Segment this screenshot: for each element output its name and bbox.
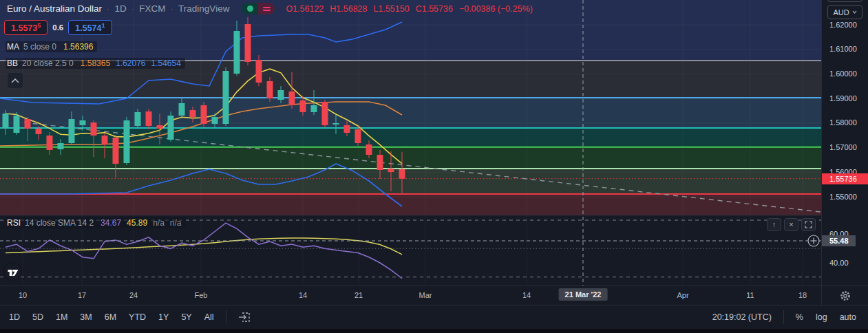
sell-button[interactable]: 1.55735 bbox=[4, 20, 47, 35]
candle-body[interactable] bbox=[223, 71, 229, 124]
rsi-indicator-legend[interactable]: RSI 14 close SMA 14 2 34.67 45.89 n/a n/… bbox=[6, 217, 186, 228]
close-pane-button[interactable]: × bbox=[784, 218, 798, 231]
candle-body[interactable] bbox=[234, 31, 240, 74]
price-zone[interactable] bbox=[0, 147, 821, 169]
move-pane-up-button[interactable]: ↑ bbox=[767, 218, 781, 231]
toggle-dot-icon[interactable] bbox=[242, 3, 258, 14]
candle-body[interactable] bbox=[58, 143, 64, 149]
bb-indicator-legend[interactable]: BB 20 close 2.5 0 1.58365 1.62076 1.5465… bbox=[6, 58, 185, 69]
toolbar-divider bbox=[783, 310, 784, 324]
chevron-down-icon bbox=[852, 10, 857, 14]
candle-body[interactable] bbox=[289, 92, 295, 105]
price-axis[interactable]: AUD 1.620001.610001.600001.590001.580001… bbox=[821, 0, 868, 305]
candle-body[interactable] bbox=[311, 105, 317, 112]
candle-body[interactable] bbox=[25, 119, 31, 129]
crosshair-date-tag: 21 Mar '22 bbox=[559, 288, 608, 301]
ma-indicator-legend[interactable]: MA 5 close 0 1.56396 bbox=[6, 41, 97, 52]
range-button-6m[interactable]: 6M bbox=[98, 310, 123, 325]
chart-style-toggle[interactable] bbox=[242, 3, 275, 14]
candle-body[interactable] bbox=[256, 60, 262, 83]
candle-body[interactable] bbox=[201, 105, 207, 124]
candle-body[interactable] bbox=[366, 144, 372, 155]
separator-dot: · bbox=[171, 3, 174, 14]
exchange-label: FXCM bbox=[139, 3, 165, 14]
axis-settings-corner[interactable] bbox=[821, 286, 868, 305]
tradingview-chart-app: Euro / Australian Dollar · 1D · FXCM · T… bbox=[0, 0, 868, 333]
candle-body[interactable] bbox=[388, 169, 394, 172]
chart-area[interactable] bbox=[0, 0, 821, 286]
candle-body[interactable] bbox=[14, 116, 20, 133]
candle-body[interactable] bbox=[146, 111, 152, 126]
toggle-menu-icon[interactable] bbox=[258, 3, 275, 14]
candle-body[interactable] bbox=[102, 136, 108, 144]
candle-body[interactable] bbox=[179, 103, 185, 116]
close-value: 1.55736 bbox=[422, 4, 453, 14]
candle-body[interactable] bbox=[3, 114, 9, 129]
rsi-name: RSI bbox=[7, 218, 21, 228]
time-tick-label: 14 bbox=[299, 291, 307, 299]
candle-body[interactable] bbox=[267, 81, 273, 98]
candle-body[interactable] bbox=[333, 123, 339, 125]
add-alert-plus-button[interactable] bbox=[808, 235, 819, 246]
price-zone[interactable] bbox=[0, 194, 821, 215]
legend-collapse-button[interactable] bbox=[7, 72, 23, 89]
candle-body[interactable] bbox=[91, 122, 97, 136]
candle-body[interactable] bbox=[245, 24, 251, 62]
bb-name: BB bbox=[7, 58, 18, 68]
price-zone[interactable] bbox=[0, 128, 821, 147]
range-button-3m[interactable]: 3M bbox=[74, 310, 98, 325]
range-button-all[interactable]: All bbox=[198, 310, 220, 325]
candle-body[interactable] bbox=[190, 110, 196, 117]
candlestick-chart[interactable] bbox=[0, 0, 821, 286]
gear-icon[interactable] bbox=[839, 290, 851, 302]
candle-body[interactable] bbox=[80, 120, 86, 125]
auto-scale-button[interactable]: auto bbox=[834, 310, 862, 325]
range-button-1y[interactable]: 1Y bbox=[152, 310, 175, 325]
range-button-5y[interactable]: 5Y bbox=[175, 310, 198, 325]
candle-body[interactable] bbox=[124, 120, 130, 163]
buy-button[interactable]: 1.55741 bbox=[68, 20, 112, 35]
candle-body[interactable] bbox=[212, 117, 218, 124]
currency-selector-button[interactable]: AUD bbox=[827, 5, 862, 19]
range-button-ytd[interactable]: YTD bbox=[123, 310, 152, 325]
maximize-pane-button[interactable] bbox=[801, 218, 816, 231]
current-time-utc[interactable]: 20:19:02 (UTC) bbox=[706, 310, 778, 325]
percent-scale-button[interactable]: % bbox=[790, 310, 809, 325]
ma-params: 5 close 0 bbox=[23, 42, 56, 52]
candle-body[interactable] bbox=[113, 138, 119, 164]
symbol-name[interactable]: Euro / Australian Dollar bbox=[7, 3, 102, 14]
candle-body[interactable] bbox=[377, 155, 383, 170]
candle-body[interactable] bbox=[157, 125, 163, 129]
high-value: 1.56828 bbox=[336, 4, 367, 14]
candle-body[interactable] bbox=[36, 129, 42, 134]
price-zone[interactable] bbox=[0, 98, 821, 128]
range-button-5d[interactable]: 5D bbox=[26, 310, 50, 325]
candle-body[interactable] bbox=[135, 112, 141, 126]
go-to-date-button[interactable] bbox=[232, 309, 257, 326]
candle-body[interactable] bbox=[168, 116, 174, 140]
bb-params: 20 close 2.5 0 bbox=[22, 58, 74, 68]
candle-body[interactable] bbox=[69, 119, 75, 143]
candle-body[interactable] bbox=[300, 100, 306, 112]
candle-body[interactable] bbox=[278, 90, 284, 100]
rsi-value: 34.67 bbox=[100, 218, 121, 228]
high-label: H bbox=[330, 4, 336, 14]
time-tick-label: 10 bbox=[19, 291, 27, 299]
candle-body[interactable] bbox=[344, 125, 350, 133]
range-button-1m[interactable]: 1M bbox=[50, 310, 74, 325]
crosshair-value-tag: 55.48 bbox=[822, 235, 856, 246]
tradingview-logo[interactable] bbox=[3, 262, 22, 281]
date-range-switcher: 1D5D1M3M6MYTD1Y5YAll bbox=[0, 310, 220, 325]
log-scale-button[interactable]: log bbox=[809, 310, 834, 325]
candle-body[interactable] bbox=[355, 129, 361, 143]
ma-value: 1.56396 bbox=[63, 42, 93, 52]
range-button-1d[interactable]: 1D bbox=[3, 310, 26, 325]
interval-label[interactable]: 1D bbox=[115, 3, 127, 14]
low-value: 1.55150 bbox=[378, 4, 409, 14]
time-axis[interactable]: 101724Feb1421Mar14Apr111821 Mar '22 bbox=[0, 286, 821, 305]
rsi-tick-label: 40.00 bbox=[822, 259, 868, 267]
toolbar-right-group: 20:19:02 (UTC) % log auto bbox=[706, 310, 862, 325]
candle-body[interactable] bbox=[47, 136, 53, 150]
candle-body[interactable] bbox=[399, 169, 405, 179]
candle-body[interactable] bbox=[322, 102, 328, 125]
